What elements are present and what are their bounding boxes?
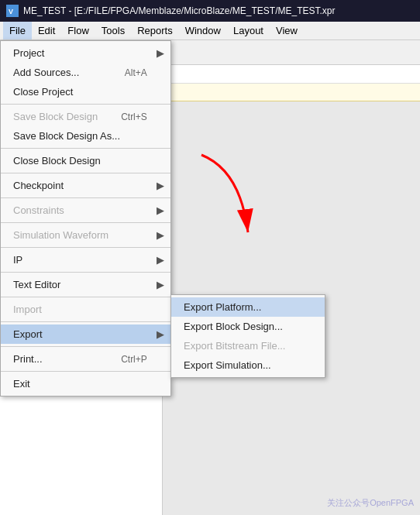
print-shortcut: Ctrl+P (121, 354, 147, 365)
file-dropdown: Project ▶ Add Sources... Alt+A Close Pro… (0, 40, 171, 397)
text-editor-arrow: ▶ (157, 279, 164, 290)
exit-label: Exit (13, 378, 30, 390)
sep2 (1, 148, 170, 149)
sep6 (1, 247, 170, 248)
menu-file[interactable]: File (3, 22, 32, 39)
add-sources-label: Add Sources... (13, 67, 79, 78)
menu-item-project[interactable]: Project ▶ (1, 43, 170, 63)
sim-wave-arrow: ▶ (157, 229, 164, 241)
close-project-label: Close Project (13, 86, 73, 98)
export-arrow: ▶ (157, 328, 164, 340)
menu-item-close-bd[interactable]: Close Block Design (1, 151, 170, 170)
sep4 (1, 197, 170, 198)
sep9 (1, 321, 170, 322)
menu-item-close-project[interactable]: Close Project (1, 82, 170, 101)
save-bd-as-label: Save Block Design As... (13, 130, 120, 142)
sim-wave-label: Simulation Waveform (13, 229, 108, 241)
app-icon: V (6, 5, 19, 17)
menu-item-print[interactable]: Print... Ctrl+P (1, 349, 170, 369)
constraints-arrow: ▶ (157, 204, 164, 216)
checkpoint-label: Checkpoint (13, 180, 64, 191)
submenu-export-bitstream: Export Bitstream File... (171, 336, 325, 355)
menu-item-checkpoint[interactable]: Checkpoint ▶ (1, 176, 170, 195)
submenu-export-block-design[interactable]: Export Block Design... (171, 317, 325, 336)
menu-item-exit[interactable]: Exit (1, 374, 170, 393)
menu-item-export[interactable]: Export ▶ (1, 324, 170, 344)
menu-view[interactable]: View (270, 22, 304, 39)
svg-text:V: V (9, 8, 13, 15)
sep8 (1, 297, 170, 297)
print-label: Print... (13, 353, 43, 365)
menu-edit[interactable]: Edit (32, 22, 61, 39)
title-text: ME_TEST - [E:/FILE/FPGA/Memblaze/MicroBl… (23, 5, 336, 16)
menu-item-sim-wave: Simulation Waveform ▶ (1, 225, 170, 245)
export-label: Export (13, 328, 43, 340)
menu-item-save-bd: Save Block Design Ctrl+S (1, 107, 170, 126)
menu-item-constraints: Constraints ▶ (1, 201, 170, 220)
add-sources-shortcut: Alt+A (125, 67, 147, 78)
save-bd-shortcut: Ctrl+S (121, 112, 147, 122)
sep10 (1, 346, 170, 347)
text-editor-label: Text Editor (13, 279, 60, 290)
sep3 (1, 173, 170, 173)
menu-window[interactable]: Window (179, 22, 227, 39)
export-bitstream-label: Export Bitstream File... (184, 340, 285, 352)
import-label: Import (13, 304, 42, 315)
menu-item-import: Import (1, 300, 170, 319)
menu-layout[interactable]: Layout (227, 22, 270, 39)
menu-item-save-bd-as[interactable]: Save Block Design As... (1, 126, 170, 146)
sep7 (1, 272, 170, 273)
save-bd-label: Save Block Design (13, 111, 98, 122)
menu-flow[interactable]: Flow (61, 22, 95, 39)
sep5 (1, 222, 170, 223)
sep11 (1, 371, 170, 372)
export-submenu-container: Export Platform... Export Block Design..… (170, 294, 325, 378)
export-block-design-label: Export Block Design... (184, 321, 283, 332)
project-label: Project (13, 47, 44, 59)
menu-item-text-editor[interactable]: Text Editor ▶ (1, 275, 170, 294)
checkpoint-arrow: ▶ (157, 180, 164, 191)
menu-tools[interactable]: Tools (95, 22, 131, 39)
menu-bar: File Edit Flow Tools Reports Window Layo… (0, 22, 420, 40)
project-arrow: ▶ (157, 47, 164, 59)
export-submenu: Export Platform... Export Block Design..… (170, 294, 325, 378)
close-bd-label: Close Block Design (13, 155, 101, 167)
submenu-export-platform[interactable]: Export Platform... (171, 297, 325, 317)
menu-item-add-sources[interactable]: Add Sources... Alt+A (1, 63, 170, 82)
ip-label: IP (13, 254, 22, 266)
file-menu: Project ▶ Add Sources... Alt+A Close Pro… (0, 40, 171, 397)
export-platform-label: Export Platform... (184, 301, 261, 313)
submenu-export-simulation[interactable]: Export Simulation... (171, 355, 325, 375)
menu-reports[interactable]: Reports (131, 22, 179, 39)
constraints-menu-label: Constraints (13, 204, 64, 216)
export-simulation-label: Export Simulation... (184, 359, 271, 371)
sep1 (1, 104, 170, 105)
ip-arrow: ▶ (157, 254, 164, 266)
title-bar: V ME_TEST - [E:/FILE/FPGA/Memblaze/Micro… (0, 0, 420, 22)
menu-item-ip[interactable]: IP ▶ (1, 250, 170, 270)
